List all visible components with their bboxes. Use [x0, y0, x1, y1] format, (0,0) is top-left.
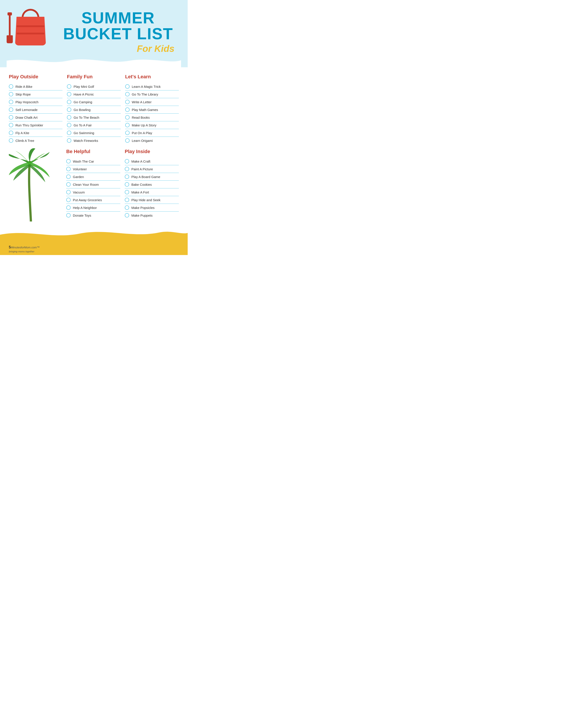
checkbox[interactable] — [125, 205, 129, 210]
checkbox[interactable] — [67, 115, 71, 120]
bottom-section: Be Helpful Wash The Car Volunteer Garden… — [9, 146, 179, 221]
checkbox[interactable] — [66, 174, 71, 179]
checkbox[interactable] — [66, 198, 71, 202]
checkbox[interactable] — [125, 107, 130, 112]
shovel-icon — [7, 12, 13, 43]
list-item[interactable]: Go Bowling — [67, 106, 120, 114]
checkbox[interactable] — [125, 123, 130, 127]
checkbox[interactable] — [9, 92, 13, 96]
list-item[interactable]: Donate Toys — [66, 212, 120, 219]
list-item[interactable]: Skip Rope — [9, 90, 62, 98]
list-item[interactable]: Fly A Kite — [9, 129, 62, 137]
list-item[interactable]: Climb A Tree — [9, 137, 62, 144]
list-item[interactable]: Play Mini Golf — [67, 83, 120, 90]
checkbox[interactable] — [66, 167, 71, 171]
list-item[interactable]: Make Up A Story — [125, 121, 179, 129]
bucket-illustration — [7, 9, 60, 45]
list-item[interactable]: Go To The Beach — [67, 114, 120, 121]
list-item[interactable]: Wash The Car — [66, 158, 120, 165]
list-item[interactable]: Make A Fort — [125, 188, 179, 196]
footer-logo-number: 5 — [9, 245, 11, 249]
list-item[interactable]: Have A Picnic — [67, 90, 120, 98]
list-item[interactable]: Play Hide and Seek — [125, 196, 179, 204]
title-summer: SUMMER — [60, 10, 177, 26]
top-columns: Play Outside Ride A Bike Skip Rope Play … — [9, 72, 179, 144]
lets-learn-title: Let's Learn — [125, 74, 179, 80]
list-item[interactable]: Go Camping — [67, 98, 120, 106]
list-item[interactable]: Make Popsicles — [125, 204, 179, 212]
play-outside-title: Play Outside — [9, 74, 62, 80]
list-item[interactable]: Sell Lemonade — [9, 106, 62, 114]
list-item[interactable]: Make Puppets — [125, 212, 179, 219]
checkbox[interactable] — [9, 131, 13, 135]
list-item[interactable]: Write A Letter — [125, 98, 179, 106]
checkbox[interactable] — [67, 123, 71, 127]
checkbox[interactable] — [125, 84, 130, 89]
checkbox[interactable] — [125, 190, 129, 194]
checkbox[interactable] — [66, 213, 71, 218]
list-item[interactable]: Put On A Play — [125, 129, 179, 137]
checkbox[interactable] — [66, 190, 71, 194]
checkbox[interactable] — [67, 107, 71, 112]
checkbox[interactable] — [9, 107, 13, 112]
checkbox[interactable] — [67, 100, 71, 104]
list-item[interactable]: Put Away Groceries — [66, 196, 120, 204]
list-item[interactable]: Clean Your Room — [66, 181, 120, 188]
play-inside-section: Play Inside Make A Craft Paint A Picture… — [125, 146, 179, 219]
list-item[interactable]: Ride A Bike — [9, 83, 62, 90]
checkbox[interactable] — [67, 131, 71, 135]
checkbox[interactable] — [9, 138, 13, 143]
list-item[interactable]: Watch Fireworks — [67, 137, 120, 144]
footer-logo-text: MinutesforMom — [11, 246, 31, 249]
checkbox[interactable] — [125, 174, 129, 179]
family-fun-section: Family Fun Play Mini Golf Have A Picnic … — [67, 72, 120, 144]
list-item[interactable]: Run Thru Sprinkler — [9, 121, 62, 129]
checkbox[interactable] — [125, 182, 129, 187]
list-item[interactable]: Play Hopscotch — [9, 98, 62, 106]
list-item[interactable]: Bake Cookies — [125, 181, 179, 188]
checkbox[interactable] — [9, 84, 13, 89]
family-fun-title: Family Fun — [67, 74, 120, 80]
list-item[interactable]: Paint A Picture — [125, 165, 179, 173]
checkbox[interactable] — [9, 115, 13, 120]
checkbox[interactable] — [66, 182, 71, 187]
checkbox[interactable] — [66, 205, 71, 210]
list-item[interactable]: Go Swimming — [67, 129, 120, 137]
checkbox[interactable] — [9, 100, 13, 104]
list-item[interactable]: Play Math Games — [125, 106, 179, 114]
checkbox[interactable] — [125, 100, 130, 104]
checkbox[interactable] — [125, 115, 130, 120]
checkbox[interactable] — [125, 198, 129, 202]
palm-tree-illustration — [9, 146, 62, 221]
wave-bottom — [0, 226, 188, 244]
list-item[interactable]: Learn Origami — [125, 137, 179, 144]
checkbox[interactable] — [9, 123, 13, 127]
list-item[interactable]: Learn A Magic Trick — [125, 83, 179, 90]
checkbox[interactable] — [125, 92, 130, 96]
list-item[interactable]: Make A Craft — [125, 158, 179, 165]
list-item[interactable]: Garden — [66, 173, 120, 181]
be-helpful-section: Be Helpful Wash The Car Volunteer Garden… — [66, 146, 120, 219]
checkbox[interactable] — [125, 138, 130, 143]
list-item[interactable]: Vacuum — [66, 188, 120, 196]
list-item[interactable]: Go To The Library — [125, 90, 179, 98]
list-item[interactable]: Volunteer — [66, 165, 120, 173]
checkbox[interactable] — [125, 167, 129, 171]
checkbox[interactable] — [67, 138, 71, 143]
footer: 5MinutesforMom.com™ bringing moms togeth… — [0, 244, 188, 255]
list-item[interactable]: Go To A Fair — [67, 121, 120, 129]
bucket-icon — [15, 9, 46, 45]
list-item[interactable]: Play A Board Game — [125, 173, 179, 181]
footer-logo: 5MinutesforMom.com™ bringing moms togeth… — [9, 245, 40, 253]
list-item[interactable]: Draw Chalk Art — [9, 114, 62, 121]
checkbox[interactable] — [125, 213, 129, 218]
be-helpful-title: Be Helpful — [66, 149, 120, 154]
checkbox[interactable] — [66, 159, 71, 163]
list-item[interactable]: Read Books — [125, 114, 179, 121]
family-fun-list: Play Mini Golf Have A Picnic Go Camping … — [67, 83, 120, 144]
list-item[interactable]: Help A Neighbor — [66, 204, 120, 212]
checkbox[interactable] — [125, 159, 129, 163]
checkbox[interactable] — [67, 92, 71, 96]
checkbox[interactable] — [67, 84, 71, 89]
checkbox[interactable] — [125, 131, 130, 135]
